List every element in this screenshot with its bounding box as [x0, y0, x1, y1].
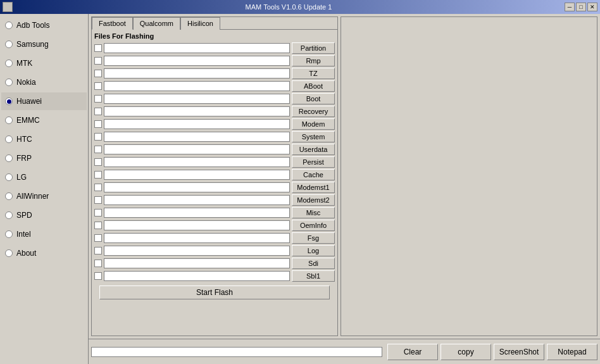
flash-btn-modemst2[interactable]: Modemst2 — [292, 194, 335, 206]
clear-button[interactable]: Clear — [387, 344, 438, 360]
flash-row-recovery: Recovery — [94, 106, 335, 117]
flash-checkbox-modem[interactable] — [94, 120, 102, 128]
flash-input-system[interactable] — [104, 132, 290, 142]
flash-checkbox-cache[interactable] — [94, 171, 102, 179]
radio-emmc — [5, 116, 13, 124]
flash-input-boot[interactable] — [104, 94, 290, 104]
sidebar-label-htc: HTC — [16, 135, 32, 144]
notepad-button[interactable]: Notepad — [547, 344, 597, 360]
flash-btn-aboot[interactable]: ABoot — [292, 80, 335, 92]
flash-btn-modem[interactable]: Modem — [292, 118, 335, 130]
flash-input-tz[interactable] — [104, 68, 290, 78]
flash-input-modemst1[interactable] — [104, 182, 290, 192]
flash-checkbox-persist[interactable] — [94, 158, 102, 166]
flash-row-aboot: ABoot — [94, 80, 335, 92]
flash-input-sbl1[interactable] — [104, 271, 290, 281]
sidebar-label-about: About — [16, 249, 36, 258]
flash-checkbox-userdata[interactable] — [94, 146, 102, 153]
sidebar-item-lg[interactable]: LG — [1, 168, 87, 186]
flash-checkbox-tz[interactable] — [94, 70, 102, 77]
maximize-button[interactable]: □ — [576, 3, 586, 11]
tab-bar: FastbootQualcommHisilicon — [92, 17, 337, 30]
flash-checkbox-rmp[interactable] — [94, 57, 102, 65]
flash-checkbox-partition[interactable] — [94, 44, 102, 52]
flash-input-userdata[interactable] — [104, 144, 290, 154]
flash-input-oeminfo[interactable] — [104, 220, 290, 230]
sidebar-item-emmc[interactable]: EMMC — [1, 111, 87, 129]
sidebar-item-intel[interactable]: Intel — [1, 225, 87, 243]
flash-row-misc: Misc — [94, 207, 335, 218]
radio-htc — [5, 135, 13, 143]
flash-btn-fsg[interactable]: Fsg — [292, 232, 335, 244]
flash-input-modem[interactable] — [104, 119, 290, 129]
start-flash-button[interactable]: Start Flash — [99, 286, 330, 299]
sidebar-label-samsung: Samsung — [16, 40, 49, 49]
files-label: Files For Flashing — [94, 32, 335, 40]
flash-btn-tz[interactable]: TZ — [292, 68, 335, 79]
flash-btn-cache[interactable]: Cache — [292, 169, 335, 180]
window-title: MAM Tools V1.0.6 Update 1 — [13, 3, 565, 11]
flash-checkbox-recovery[interactable] — [94, 108, 102, 115]
sidebar-item-allwinner[interactable]: AllWinner — [1, 187, 87, 205]
sidebar-item-huawei[interactable]: Huawei — [1, 92, 87, 110]
flash-checkbox-modemst1[interactable] — [94, 184, 102, 191]
flash-btn-modemst1[interactable]: Modemst1 — [292, 182, 335, 193]
flash-row-persist: Persist — [94, 156, 335, 168]
tab-hisilicon[interactable]: Hisilicon — [180, 17, 220, 30]
sidebar-item-htc[interactable]: HTC — [1, 130, 87, 148]
flash-row-sbl1: Sbl1 — [94, 270, 335, 282]
copy-button[interactable]: copy — [441, 344, 491, 360]
flash-checkbox-oeminfo[interactable] — [94, 222, 102, 229]
right-panel — [341, 16, 597, 336]
flash-btn-log[interactable]: Log — [292, 245, 335, 256]
flash-checkbox-sdi[interactable] — [94, 260, 102, 267]
flash-btn-boot[interactable]: Boot — [292, 93, 335, 104]
flash-row-sdi: Sdi — [94, 258, 335, 269]
flash-checkbox-modemst2[interactable] — [94, 196, 102, 204]
flash-checkbox-system[interactable] — [94, 133, 102, 141]
sidebar-item-nokia[interactable]: Nokia — [1, 73, 87, 91]
flash-btn-persist[interactable]: Persist — [292, 156, 335, 168]
flash-btn-partition[interactable]: Partition — [292, 42, 335, 54]
flash-btn-misc[interactable]: Misc — [292, 207, 335, 218]
flash-btn-sbl1[interactable]: Sbl1 — [292, 270, 335, 282]
sidebar-label-nokia: Nokia — [16, 78, 36, 87]
flash-checkbox-boot[interactable] — [94, 95, 102, 103]
flash-input-cache[interactable] — [104, 170, 290, 180]
flash-row-log: Log — [94, 245, 335, 256]
sidebar-item-frp[interactable]: FRP — [1, 149, 87, 167]
flash-input-modemst2[interactable] — [104, 195, 290, 205]
flash-input-persist[interactable] — [104, 157, 290, 167]
flash-btn-recovery[interactable]: Recovery — [292, 106, 335, 117]
minimize-button[interactable]: ─ — [565, 3, 575, 11]
screenshot-button[interactable]: ScreenShot — [494, 344, 544, 360]
flash-input-rmp[interactable] — [104, 56, 290, 66]
tab-fastboot[interactable]: Fastboot — [92, 17, 133, 30]
sidebar-item-adb-tools[interactable]: Adb Tools — [1, 16, 87, 34]
flash-input-recovery[interactable] — [104, 106, 290, 116]
flash-btn-oeminfo[interactable]: OemInfo — [292, 220, 335, 231]
sidebar-item-samsung[interactable]: Samsung — [1, 35, 87, 53]
flash-btn-system[interactable]: System — [292, 131, 335, 142]
flash-input-misc[interactable] — [104, 208, 290, 218]
sidebar-item-spd[interactable]: SPD — [1, 206, 87, 224]
flash-checkbox-sbl1[interactable] — [94, 272, 102, 280]
flash-input-sdi[interactable] — [104, 258, 290, 268]
flash-btn-userdata[interactable]: Userdata — [292, 144, 335, 155]
sidebar-item-about[interactable]: About — [1, 244, 87, 262]
top-panel: FastbootQualcommHisilicon Files For Flas… — [89, 14, 600, 339]
flash-input-fsg[interactable] — [104, 233, 290, 243]
flash-input-aboot[interactable] — [104, 81, 290, 91]
tab-qualcomm[interactable]: Qualcomm — [133, 17, 180, 30]
flash-checkbox-misc[interactable] — [94, 209, 102, 217]
flash-checkbox-log[interactable] — [94, 247, 102, 254]
flash-checkbox-aboot[interactable] — [94, 82, 102, 90]
sidebar-item-mtk[interactable]: MTK — [1, 54, 87, 72]
close-button[interactable]: ✕ — [587, 3, 597, 11]
flash-input-log[interactable] — [104, 246, 290, 256]
flash-row-modem: Modem — [94, 118, 335, 130]
flash-checkbox-fsg[interactable] — [94, 234, 102, 242]
flash-btn-sdi[interactable]: Sdi — [292, 258, 335, 269]
flash-input-partition[interactable] — [104, 43, 290, 53]
flash-btn-rmp[interactable]: Rmp — [292, 55, 335, 66]
